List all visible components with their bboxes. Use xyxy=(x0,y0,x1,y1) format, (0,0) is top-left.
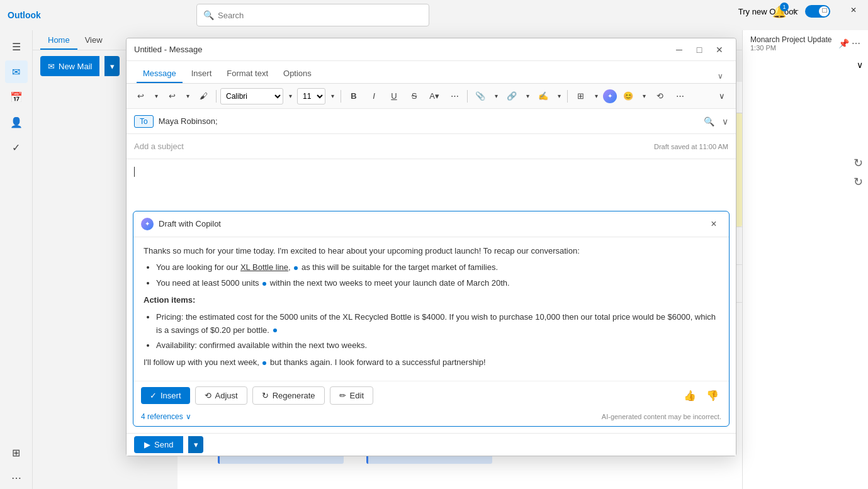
font-size-select[interactable]: 11 xyxy=(297,88,325,104)
bcc-search-button[interactable]: 🔍 xyxy=(704,116,714,126)
scroll-up-button[interactable]: ↻ xyxy=(854,156,863,170)
compose-tab-format[interactable]: Format text xyxy=(220,65,274,83)
compose-content-area[interactable]: ✦ Draft with Copilot × Thanks so much fo… xyxy=(127,159,736,433)
cc-expand-button[interactable]: ∨ xyxy=(722,116,728,126)
redo-dropdown-button[interactable]: ▾ xyxy=(183,87,192,105)
outlook-logo: Outlook xyxy=(8,10,41,20)
bold-button[interactable]: B xyxy=(345,87,363,105)
link-dropdown-button[interactable]: ▾ xyxy=(523,87,532,105)
attach-button[interactable]: 📎 xyxy=(471,87,489,105)
italic-button[interactable]: I xyxy=(365,87,383,105)
undo-button[interactable]: ↩ xyxy=(132,87,149,105)
minimize-button[interactable]: ─ xyxy=(781,0,810,20)
undo-dropdown-button[interactable]: ▾ xyxy=(152,87,161,105)
copilot-adjust-button[interactable]: ⟲ Adjust xyxy=(195,386,247,405)
thumbs-down-button[interactable]: 👎 xyxy=(704,387,721,404)
right-panel-time: 1:30 PM xyxy=(750,44,831,52)
copilot-closing: I'll follow up with you next week, but t… xyxy=(144,356,719,369)
sidebar-item-calendar[interactable]: 📅 xyxy=(5,86,28,108)
xl-bottle-link[interactable]: XL Bottle line xyxy=(240,262,288,272)
more-button[interactable]: ⋯ xyxy=(671,87,689,105)
compose-close-button[interactable]: ✕ xyxy=(711,42,728,57)
link-button[interactable]: 🔗 xyxy=(503,87,521,105)
maximize-button[interactable]: □ xyxy=(810,0,839,20)
format-painter-button[interactable]: 🖌 xyxy=(194,87,212,105)
compose-title: Untitled - Message xyxy=(134,45,202,54)
signature-dropdown-button[interactable]: ▾ xyxy=(555,87,563,105)
regenerate-label: Regenerate xyxy=(273,391,315,400)
emoji-dropdown-button[interactable]: ▾ xyxy=(640,87,648,105)
compose-tab-options[interactable]: Options xyxy=(277,65,318,83)
new-mail-button[interactable]: ✉ New Mail xyxy=(40,56,99,76)
send-dropdown-button[interactable]: ▾ xyxy=(188,436,203,453)
search-bar[interactable]: 🔍 xyxy=(196,4,429,26)
sidebar-item-more[interactable]: ⋯ xyxy=(5,466,28,489)
copilot-panel-header: ✦ Draft with Copilot × xyxy=(133,211,729,237)
right-panel-expand[interactable]: ∨ xyxy=(743,57,868,73)
right-panel-actions: 📌 ⋯ xyxy=(838,38,860,48)
sidebar-item-mail[interactable]: ✉ xyxy=(5,60,28,83)
send-button[interactable]: ▶ Send xyxy=(134,436,183,453)
to-button[interactable]: To xyxy=(134,115,154,128)
compose-tab-message[interactable]: Message xyxy=(137,65,183,83)
sidebar-item-tasks[interactable]: ✓ xyxy=(5,136,28,159)
redo-button[interactable]: ↩ xyxy=(163,87,181,105)
references-link[interactable]: 4 references ∨ xyxy=(141,412,191,421)
scroll-down-button[interactable]: ↻ xyxy=(854,175,863,189)
copilot-bullet-2: You need at least 5000 units within the … xyxy=(156,277,719,290)
compose-maximize-button[interactable]: □ xyxy=(690,42,708,57)
copilot-regenerate-button[interactable]: ↻ Regenerate xyxy=(252,386,325,405)
send-label: Send xyxy=(154,440,173,449)
loop-button[interactable]: ⟲ xyxy=(651,87,668,105)
table-button[interactable]: ⊞ xyxy=(572,87,589,105)
copilot-insert-button[interactable]: ✓ Insert xyxy=(141,387,190,404)
text-cursor xyxy=(134,167,135,177)
compose-window-controls: ─ □ ✕ xyxy=(670,42,728,57)
font-dropdown-button[interactable]: ▾ xyxy=(286,87,295,105)
more-format-button[interactable]: ⋯ xyxy=(446,87,463,105)
more-button[interactable]: ⋯ xyxy=(852,38,860,48)
copilot-edit-button[interactable]: ✏ Edit xyxy=(330,386,373,405)
compose-tab-insert[interactable]: Insert xyxy=(185,65,218,83)
compose-minimize-button[interactable]: ─ xyxy=(670,42,688,57)
font-size-dropdown-button[interactable]: ▾ xyxy=(328,87,337,105)
copilot-bullet-1: You are looking for our XL Bottle line, … xyxy=(156,261,719,274)
copilot-toolbar-button[interactable]: ✦ xyxy=(603,89,617,103)
tab-home[interactable]: Home xyxy=(40,31,77,50)
ref-dot-3 xyxy=(273,329,277,332)
compose-toolbar: ↩ ▾ ↩ ▾ 🖌 Calibri ▾ 11 ▾ B I U S A▾ ⋯ 📎 … xyxy=(127,84,736,109)
pin-button[interactable]: 📌 xyxy=(838,38,849,48)
right-panel-title: Monarch Project Update xyxy=(750,35,831,44)
sidebar-menu-icon[interactable]: ☰ xyxy=(5,35,28,58)
emoji-button[interactable]: 😊 xyxy=(619,87,637,105)
table-dropdown-button[interactable]: ▾ xyxy=(592,87,600,105)
close-button[interactable]: ✕ xyxy=(839,0,868,20)
new-mail-dropdown-button[interactable]: ▾ xyxy=(104,56,120,76)
expand-icon[interactable]: ∨ xyxy=(748,60,863,70)
attach-dropdown-button[interactable]: ▾ xyxy=(492,87,500,105)
copilot-close-button[interactable]: × xyxy=(706,216,721,232)
strikethrough-button[interactable]: S xyxy=(405,87,423,105)
sidebar-item-apps[interactable]: ⊞ xyxy=(5,441,28,464)
sidebar-item-people[interactable]: 👤 xyxy=(5,111,28,133)
toolbar-expand-button[interactable]: ∨ xyxy=(713,87,731,105)
to-recipient: Maya Robinson; xyxy=(159,116,218,126)
tab-view[interactable]: View xyxy=(77,31,110,50)
toolbar-divider-4 xyxy=(567,90,568,103)
underline-button[interactable]: U xyxy=(385,87,403,105)
ai-disclaimer: AI-generated content may be incorrect. xyxy=(602,413,721,420)
highlight-button[interactable]: A▾ xyxy=(426,87,443,105)
search-input[interactable] xyxy=(218,11,422,20)
toolbar-divider-3 xyxy=(467,90,468,103)
copilot-intro: Thanks so much for your time today. I'm … xyxy=(144,245,719,258)
subject-placeholder[interactable]: Add a subject xyxy=(134,142,184,151)
signature-button[interactable]: ✍ xyxy=(534,87,552,105)
font-family-select[interactable]: Calibri xyxy=(220,88,283,104)
thumbs-up-button[interactable]: 👍 xyxy=(681,387,699,404)
action-bullet-1: Pricing: the estimated cost for the 5000… xyxy=(156,311,719,337)
compose-to-row: To Maya Robinson; 🔍 ∨ xyxy=(127,109,736,134)
action-bullets: Pricing: the estimated cost for the 5000… xyxy=(156,311,719,352)
copilot-draft-panel: ✦ Draft with Copilot × Thanks so much fo… xyxy=(133,211,730,427)
draft-saved-label: Draft saved at 11:00 AM xyxy=(654,143,728,150)
compose-tab-expand[interactable]: ∨ xyxy=(715,69,726,83)
